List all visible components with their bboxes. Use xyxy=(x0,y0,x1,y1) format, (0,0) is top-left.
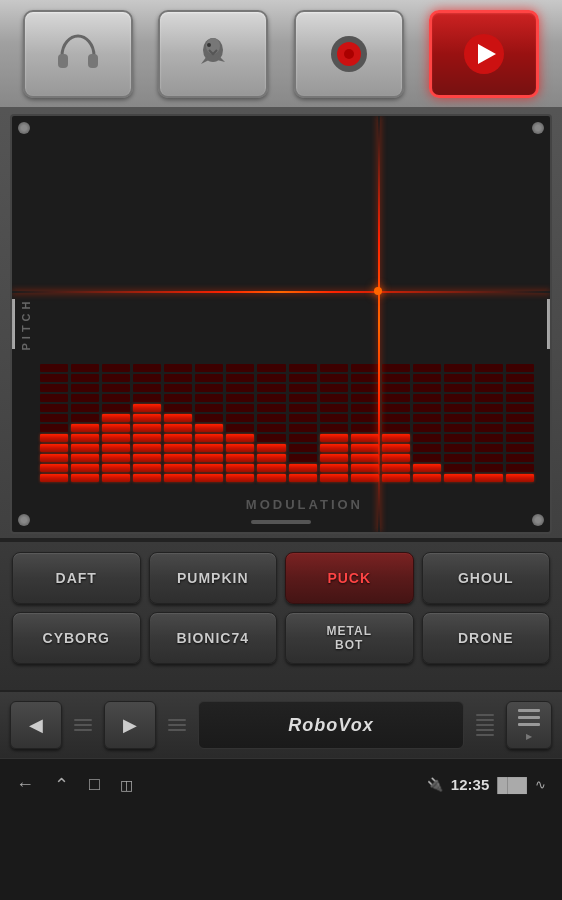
eq-col-6 xyxy=(226,132,254,482)
eq-bar-5-2 xyxy=(195,384,223,392)
eq-bar-3-6 xyxy=(133,424,161,432)
preset-row-2: CYBORG BIONIC74 METALBOT DRONE xyxy=(12,612,550,664)
eq-bar-10-5 xyxy=(351,414,379,422)
recent-icon[interactable]: □ xyxy=(89,774,100,795)
eq-bar-15-2 xyxy=(506,384,534,392)
eq-bar-13-11 xyxy=(444,474,472,482)
eq-bar-13-6 xyxy=(444,424,472,432)
scroll-indicator xyxy=(251,520,311,524)
eq-bar-0-7 xyxy=(40,434,68,442)
menu-line-3 xyxy=(518,723,540,726)
preset-pumpkin[interactable]: PUMPKIN xyxy=(149,552,278,604)
eq-bar-11-10 xyxy=(382,464,410,472)
preset-daft[interactable]: DAFT xyxy=(12,552,141,604)
eq-bar-13-1 xyxy=(444,374,472,382)
eq-col-0 xyxy=(40,132,68,482)
eq-bar-7-3 xyxy=(257,394,285,402)
eq-bar-3-4 xyxy=(133,404,161,412)
preset-drone[interactable]: DRONE xyxy=(422,612,551,664)
eq-bar-1-2 xyxy=(71,384,99,392)
eq-col-5 xyxy=(195,132,223,482)
eq-bar-7-4 xyxy=(257,404,285,412)
preset-ghoul[interactable]: GHOUL xyxy=(422,552,551,604)
eq-bar-0-2 xyxy=(40,384,68,392)
qr-icon[interactable]: ◫ xyxy=(120,777,133,793)
eq-bar-12-8 xyxy=(413,444,441,452)
parrot-button[interactable] xyxy=(158,10,268,98)
eq-col-13 xyxy=(444,132,472,482)
menu-button[interactable]: ▶ xyxy=(506,701,552,749)
preset-bionic74[interactable]: BIONIC74 xyxy=(149,612,278,664)
crosshair-vertical xyxy=(378,116,380,532)
right-grip xyxy=(164,719,190,731)
eq-col-10 xyxy=(351,132,379,482)
eq-bar-10-1 xyxy=(351,374,379,382)
eq-bar-15-4 xyxy=(506,404,534,412)
eq-bar-2-7 xyxy=(102,434,130,442)
eq-bar-7-2 xyxy=(257,384,285,392)
eq-bar-14-5 xyxy=(475,414,503,422)
eq-bar-12-4 xyxy=(413,404,441,412)
eq-bar-1-10 xyxy=(71,464,99,472)
eq-bar-10-3 xyxy=(351,394,379,402)
eq-bar-11-0 xyxy=(382,364,410,372)
eq-bar-6-3 xyxy=(226,394,254,402)
eq-bar-15-0 xyxy=(506,364,534,372)
eq-bar-6-11 xyxy=(226,474,254,482)
eq-bar-13-0 xyxy=(444,364,472,372)
eq-bar-5-3 xyxy=(195,394,223,402)
record-button[interactable] xyxy=(294,10,404,98)
eq-bar-14-8 xyxy=(475,444,503,452)
prev-button[interactable]: ◀ xyxy=(10,701,62,749)
eq-bar-7-1 xyxy=(257,374,285,382)
preset-puck[interactable]: PUCK xyxy=(285,552,414,604)
eq-bar-14-7 xyxy=(475,434,503,442)
eq-bar-15-11 xyxy=(506,474,534,482)
eq-bar-10-9 xyxy=(351,454,379,462)
eq-bar-10-4 xyxy=(351,404,379,412)
eq-bar-8-1 xyxy=(289,374,317,382)
time-display: 12:35 xyxy=(451,776,489,793)
back-icon[interactable]: ← xyxy=(16,774,34,795)
eq-bar-10-10 xyxy=(351,464,379,472)
eq-bar-4-1 xyxy=(164,374,192,382)
eq-bar-4-5 xyxy=(164,414,192,422)
eq-bar-12-6 xyxy=(413,424,441,432)
eq-bar-10-2 xyxy=(351,384,379,392)
eq-bar-10-7 xyxy=(351,434,379,442)
eq-bar-1-1 xyxy=(71,374,99,382)
home-icon[interactable]: ⌃ xyxy=(54,774,69,796)
eq-bar-3-0 xyxy=(133,364,161,372)
eq-bar-12-7 xyxy=(413,434,441,442)
eq-bar-10-6 xyxy=(351,424,379,432)
eq-bar-12-2 xyxy=(413,384,441,392)
play-button[interactable] xyxy=(429,10,539,98)
eq-bar-13-5 xyxy=(444,414,472,422)
headphones-button[interactable] xyxy=(23,10,133,98)
usb-icon: 🔌 xyxy=(427,777,443,792)
eq-bar-4-9 xyxy=(164,454,192,462)
eq-bar-11-7 xyxy=(382,434,410,442)
eq-bar-1-4 xyxy=(71,404,99,412)
screw-bl xyxy=(18,514,30,526)
preset-cyborg[interactable]: CYBORG xyxy=(12,612,141,664)
eq-bar-8-7 xyxy=(289,434,317,442)
eq-bar-7-9 xyxy=(257,454,285,462)
eq-bar-12-3 xyxy=(413,394,441,402)
eq-bar-2-3 xyxy=(102,394,130,402)
eq-bar-9-6 xyxy=(320,424,348,432)
eq-bar-6-9 xyxy=(226,454,254,462)
next-button[interactable]: ▶ xyxy=(104,701,156,749)
eq-bar-4-6 xyxy=(164,424,192,432)
eq-bar-0-11 xyxy=(40,474,68,482)
eq-bar-7-6 xyxy=(257,424,285,432)
eq-bar-6-0 xyxy=(226,364,254,372)
eq-bar-0-10 xyxy=(40,464,68,472)
eq-bar-13-8 xyxy=(444,444,472,452)
eq-bar-4-7 xyxy=(164,434,192,442)
eq-bar-7-7 xyxy=(257,434,285,442)
eq-bar-4-2 xyxy=(164,384,192,392)
eq-bar-0-4 xyxy=(40,404,68,412)
preset-metalbot[interactable]: METALBOT xyxy=(285,612,414,664)
visualization-panel[interactable]: PITCH MODULATION xyxy=(10,114,552,534)
